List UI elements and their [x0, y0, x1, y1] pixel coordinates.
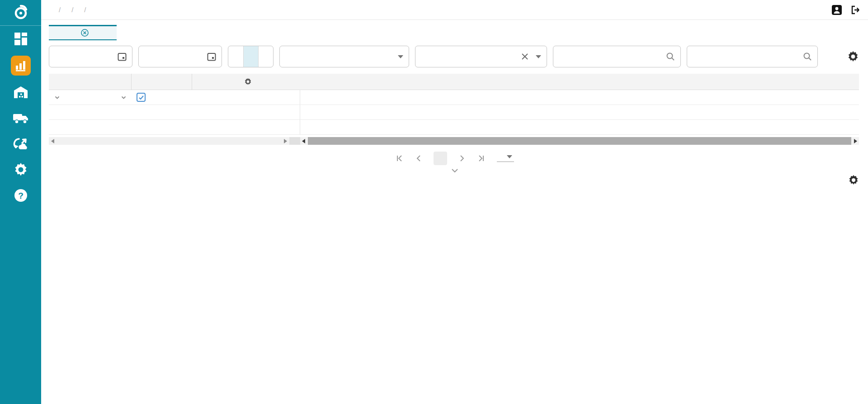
chart-section: [41, 174, 868, 333]
calendar-icon: [207, 52, 216, 61]
period-start-field[interactable]: [49, 46, 132, 67]
sidebar-item-help[interactable]: ?: [11, 186, 31, 204]
table-row: [49, 90, 859, 105]
warehouse-icon: [13, 85, 28, 100]
dashboard-icon: [13, 31, 28, 47]
tab-close-icon[interactable]: [81, 29, 89, 37]
scroll-left-icon[interactable]: [51, 139, 54, 143]
help-icon: ?: [14, 188, 28, 203]
metric-name: [192, 105, 300, 119]
chevron-down-icon[interactable]: [121, 95, 127, 100]
item-cell: [131, 90, 192, 105]
metric-name: [192, 90, 300, 105]
metric-name: [192, 120, 300, 134]
col-header-item[interactable]: [131, 74, 192, 90]
sidebar-item-sync[interactable]: [11, 135, 31, 153]
granularity-month-button[interactable]: [243, 46, 258, 67]
svg-text:?: ?: [18, 191, 24, 200]
period-end-field[interactable]: [138, 46, 222, 67]
chevron-down-icon: [507, 155, 512, 158]
scrollbar-corner: [289, 137, 300, 145]
top-bar: / / /: [41, 0, 868, 20]
bar-chart-icon: [15, 60, 27, 71]
breadcrumb: / / /: [59, 6, 92, 14]
top-right-controls: [827, 5, 861, 15]
granularity-toggle: [228, 46, 274, 67]
next-page-icon[interactable]: [459, 154, 465, 162]
scroll-left-icon[interactable]: [302, 139, 305, 143]
chevron-down-icon[interactable]: [398, 55, 403, 58]
page-number-button[interactable]: [434, 152, 447, 165]
filter-settings-gear-icon[interactable]: [847, 51, 859, 62]
filter-bar: [49, 46, 859, 67]
app-root: ? / / /: [0, 0, 868, 404]
zionex-logo-mark-icon[interactable]: [0, 0, 41, 26]
table-scrollbars: [49, 137, 859, 145]
sidebar-item-analytics[interactable]: [11, 56, 31, 76]
sync-cloud-icon: [13, 137, 28, 151]
customer-cell: [49, 90, 131, 105]
clear-icon[interactable]: [521, 53, 528, 60]
chevron-down-icon[interactable]: [536, 55, 541, 58]
months-scrollbar[interactable]: [300, 137, 859, 145]
col-header-metric[interactable]: [192, 74, 300, 90]
main-area: / / /: [41, 0, 868, 404]
sidebar-item-settings[interactable]: [11, 161, 31, 179]
customer-hierarchy-select[interactable]: [279, 46, 409, 67]
tab-demand-vs-actual[interactable]: [49, 25, 117, 40]
search-icon[interactable]: [666, 52, 675, 61]
scroll-right-icon[interactable]: [284, 139, 287, 143]
first-page-icon[interactable]: [396, 154, 404, 162]
sidebar-nav: ?: [11, 30, 31, 204]
sidebar-item-dashboard[interactable]: [11, 30, 31, 48]
scroll-right-icon[interactable]: [854, 139, 857, 143]
page-size-select[interactable]: [497, 155, 514, 162]
scrollbar-thumb[interactable]: [308, 137, 851, 145]
metric-settings-gear-icon[interactable]: [244, 78, 252, 86]
truck-icon: [13, 112, 29, 124]
item-checkbox[interactable]: [137, 93, 146, 102]
line-chart: [49, 174, 858, 309]
sidebar-item-warehouse[interactable]: [11, 83, 31, 101]
table-header-row: [49, 74, 859, 90]
calendar-icon: [118, 52, 127, 61]
breadcrumb-separator: /: [71, 6, 73, 14]
pivot-table: [49, 74, 859, 135]
col-header-customer[interactable]: [49, 74, 131, 90]
tab-bar: [41, 25, 868, 40]
item-search-input[interactable]: [687, 46, 818, 67]
previous-page-icon[interactable]: [415, 154, 422, 162]
gear-icon: [14, 162, 28, 177]
user-avatar-icon: [832, 5, 842, 15]
breadcrumb-separator: /: [84, 6, 86, 14]
granularity-week-button[interactable]: [228, 46, 243, 67]
search-icon[interactable]: [803, 52, 812, 61]
panel-collapse-handle[interactable]: [41, 168, 868, 173]
chevron-down-icon[interactable]: [54, 95, 60, 100]
item-hierarchy-select[interactable]: [415, 46, 547, 67]
table-row: [49, 105, 859, 120]
pagination: [41, 152, 868, 165]
chart-settings-gear-icon[interactable]: [848, 175, 859, 185]
last-page-icon[interactable]: [477, 154, 485, 162]
sidebar-item-transport[interactable]: [11, 109, 31, 127]
granularity-quarter-button[interactable]: [258, 46, 273, 67]
customer-search-input[interactable]: [553, 46, 681, 67]
fixed-columns-scrollbar[interactable]: [49, 137, 289, 145]
table-row: [49, 120, 859, 135]
breadcrumb-separator: /: [59, 6, 61, 14]
sidebar: ?: [0, 0, 41, 404]
logout-icon[interactable]: [851, 5, 861, 14]
